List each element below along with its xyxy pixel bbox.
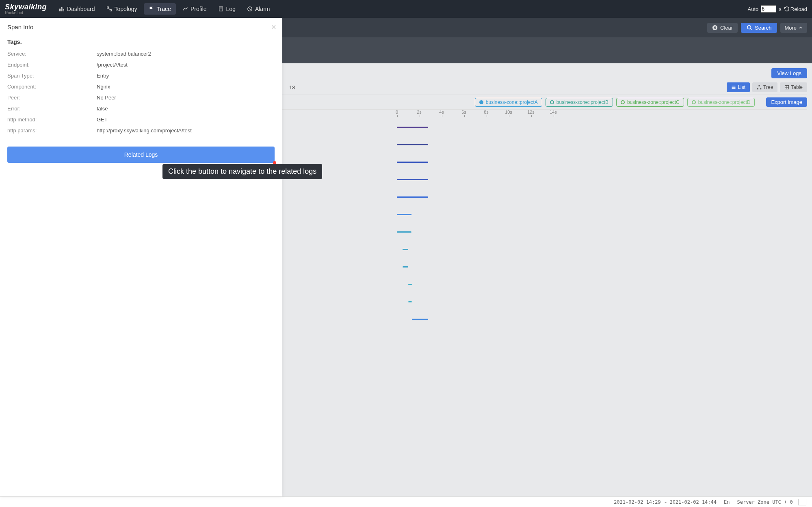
tz-control: Server Zone UTC + 0 xyxy=(737,499,806,505)
tooltip: Click the button to navigate to the rela… xyxy=(162,164,322,179)
nav-trace[interactable]: Trace xyxy=(144,3,176,15)
chart-icon xyxy=(59,6,65,12)
tag-value: Nginx xyxy=(97,84,110,90)
tag-row: http.params:http://proxy.skywalking.com/… xyxy=(7,127,275,134)
list-label: List xyxy=(738,84,745,90)
nav-label: Topology xyxy=(115,6,137,12)
tz-label: Server Zone UTC + xyxy=(737,499,787,505)
app-header: Skywalking Rocketbot Dashboard Topology … xyxy=(0,0,812,18)
tick-label: 0 xyxy=(396,110,398,114)
svg-rect-22 xyxy=(760,88,761,89)
lang-switch[interactable]: En xyxy=(724,499,730,505)
nav-label: Log xyxy=(226,6,236,12)
zone-chip-d[interactable]: business-zone::projectD xyxy=(687,98,755,107)
tag-key: Peer: xyxy=(7,95,97,101)
span-bar[interactable] xyxy=(403,249,408,250)
span-count: 18 xyxy=(289,84,295,91)
more-button[interactable]: More xyxy=(780,23,807,33)
span-bar[interactable] xyxy=(397,214,411,215)
brand: Skywalking Rocketbot xyxy=(5,3,47,15)
clear-button[interactable]: Clear xyxy=(707,23,738,33)
related-logs-label: Related Logs xyxy=(124,151,158,158)
tick-label: 14s xyxy=(550,110,557,114)
svg-rect-21 xyxy=(757,88,758,89)
zone-chip-a[interactable]: business-zone::projectA xyxy=(475,98,542,107)
span-bar[interactable] xyxy=(403,266,408,268)
panel-title: Span Info xyxy=(7,24,275,30)
tz-stepper[interactable] xyxy=(798,499,806,505)
zone-chip-c[interactable]: business-zone::projectC xyxy=(616,98,684,107)
span-bar[interactable] xyxy=(397,196,428,198)
tag-row: Span Type:Entry xyxy=(7,73,275,79)
tag-value: /projectA/test xyxy=(97,62,128,68)
tick-mark xyxy=(420,115,420,117)
view-toggle: List Tree Table xyxy=(727,82,807,92)
tag-key: Error: xyxy=(7,106,97,112)
zone-label: business-zone::projectA xyxy=(486,99,538,105)
nav-topology[interactable]: Topology xyxy=(102,3,142,15)
topology-icon xyxy=(106,6,112,12)
span-bar[interactable] xyxy=(412,319,428,320)
zone-label: business-zone::projectC xyxy=(627,99,680,105)
tree-icon xyxy=(757,85,762,90)
tag-value: system::load balancer2 xyxy=(97,51,151,57)
tag-key: Component: xyxy=(7,84,97,90)
svg-rect-1 xyxy=(61,8,62,11)
zone-label: business-zone::projectB xyxy=(556,99,608,105)
span-bar[interactable] xyxy=(397,127,428,128)
main-nav: Dashboard Topology Trace Profile Log xyxy=(54,3,275,15)
view-logs-button[interactable]: View Logs xyxy=(771,68,807,78)
close-button[interactable]: × xyxy=(271,22,276,32)
search-button[interactable]: Search xyxy=(741,23,777,33)
seconds-label: s xyxy=(779,6,782,12)
close-circle-icon xyxy=(712,25,718,30)
tag-value: false xyxy=(97,106,108,112)
view-tree-button[interactable]: Tree xyxy=(752,82,777,92)
svg-point-15 xyxy=(747,26,751,29)
tree-label: Tree xyxy=(763,84,773,90)
search-label: Search xyxy=(755,25,771,31)
tag-row: Error:false xyxy=(7,106,275,112)
list-icon xyxy=(731,85,736,90)
tag-row: Endpoint:/projectA/test xyxy=(7,62,275,68)
span-bar[interactable] xyxy=(397,144,428,145)
dot-icon xyxy=(692,100,696,104)
nav-log[interactable]: Log xyxy=(213,3,240,15)
reload-icon xyxy=(784,6,790,12)
span-bar[interactable] xyxy=(397,179,428,180)
tick-mark xyxy=(509,115,509,117)
tick-label: 6s xyxy=(461,110,466,114)
zone-chip-b[interactable]: business-zone::projectB xyxy=(546,98,613,107)
svg-line-11 xyxy=(250,9,251,10)
table-label: Table xyxy=(791,84,803,90)
zone-label: business-zone::projectD xyxy=(698,99,751,105)
related-logs-button[interactable]: Related Logs xyxy=(7,147,275,163)
timerange-label: 2021-02-02 14:29 ~ 2021-02-02 14:44 xyxy=(614,499,717,505)
svg-rect-3 xyxy=(107,7,108,9)
export-image-button[interactable]: Export image xyxy=(766,97,807,107)
reload-button[interactable]: Reload xyxy=(784,6,807,12)
tag-key: http.params: xyxy=(7,127,97,134)
span-bar[interactable] xyxy=(408,284,412,285)
svg-rect-20 xyxy=(759,85,760,86)
reload-label: Reload xyxy=(790,6,807,12)
nav-alarm[interactable]: Alarm xyxy=(242,3,275,15)
tag-value: Entry xyxy=(97,73,109,79)
search-icon xyxy=(747,25,752,30)
view-list-button[interactable]: List xyxy=(727,82,750,92)
view-table-button[interactable]: Table xyxy=(780,82,807,92)
tick-mark xyxy=(531,115,532,117)
clock-icon xyxy=(247,6,253,12)
nav-profile[interactable]: Profile xyxy=(178,3,212,15)
tag-value: No Peer xyxy=(97,95,116,101)
span-bar[interactable] xyxy=(397,162,428,163)
tag-key: http.method: xyxy=(7,117,97,123)
tick-mark xyxy=(442,115,442,117)
span-bar[interactable] xyxy=(408,301,412,302)
brand-name: Skywalking xyxy=(5,3,47,11)
span-info-panel: Span Info × Tags. Service:system::load b… xyxy=(0,18,282,496)
span-bar[interactable] xyxy=(397,231,411,233)
auto-interval-input[interactable] xyxy=(761,5,776,13)
nav-dashboard[interactable]: Dashboard xyxy=(54,3,100,15)
tag-key: Span Type: xyxy=(7,73,97,79)
